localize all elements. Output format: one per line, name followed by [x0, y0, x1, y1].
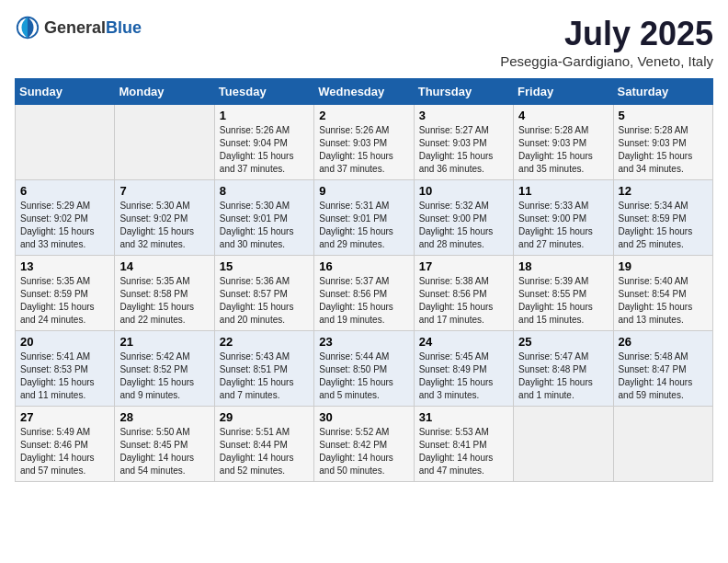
weekday-header-wednesday: Wednesday — [314, 79, 414, 105]
sunset-text: Sunset: 8:41 PM — [419, 440, 487, 450]
calendar-cell: 10 Sunrise: 5:32 AM Sunset: 9:00 PM Dayl… — [414, 180, 513, 256]
sunrise-text: Sunrise: 5:49 AM — [20, 427, 90, 437]
calendar-cell — [613, 407, 712, 482]
calendar-cell: 19 Sunrise: 5:40 AM Sunset: 8:54 PM Dayl… — [613, 256, 712, 331]
weekday-header-tuesday: Tuesday — [214, 79, 313, 105]
calendar-cell: 4 Sunrise: 5:28 AM Sunset: 9:03 PM Dayli… — [514, 105, 613, 180]
daylight-text: Daylight: 15 hours and 27 minutes. — [518, 226, 593, 249]
day-number: 8 — [220, 184, 309, 198]
sunset-text: Sunset: 8:56 PM — [319, 289, 387, 299]
calendar-cell: 2 Sunrise: 5:26 AM Sunset: 9:03 PM Dayli… — [314, 105, 414, 180]
calendar-week-3: 13 Sunrise: 5:35 AM Sunset: 8:59 PM Dayl… — [16, 256, 713, 331]
day-info: Sunrise: 5:28 AM Sunset: 9:03 PM Dayligh… — [518, 124, 608, 176]
page-header: GeneralBlue July 2025 Peseggia-Gardigian… — [15, 15, 713, 69]
day-info: Sunrise: 5:48 AM Sunset: 8:47 PM Dayligh… — [619, 350, 708, 402]
daylight-text: Daylight: 14 hours and 50 minutes. — [319, 453, 393, 476]
logo-text: GeneralBlue — [44, 18, 142, 38]
sunrise-text: Sunrise: 5:40 AM — [619, 276, 688, 286]
calendar-cell: 9 Sunrise: 5:31 AM Sunset: 9:01 PM Dayli… — [314, 180, 414, 256]
sunrise-text: Sunrise: 5:29 AM — [20, 201, 90, 211]
day-number: 10 — [419, 184, 508, 198]
sunrise-text: Sunrise: 5:45 AM — [419, 351, 489, 362]
daylight-text: Daylight: 14 hours and 54 minutes. — [119, 453, 194, 476]
calendar-cell: 13 Sunrise: 5:35 AM Sunset: 8:59 PM Dayl… — [16, 256, 115, 331]
calendar-cell: 5 Sunrise: 5:28 AM Sunset: 9:03 PM Dayli… — [613, 105, 712, 180]
calendar-cell: 3 Sunrise: 5:27 AM Sunset: 9:03 PM Dayli… — [414, 105, 513, 180]
day-info: Sunrise: 5:30 AM Sunset: 9:02 PM Dayligh… — [119, 200, 209, 251]
day-number: 11 — [518, 184, 608, 198]
sunrise-text: Sunrise: 5:26 AM — [319, 125, 389, 135]
sunset-text: Sunset: 8:47 PM — [619, 364, 687, 374]
logo-blue: Blue — [106, 18, 142, 37]
sunrise-text: Sunrise: 5:43 AM — [220, 351, 290, 362]
day-number: 30 — [319, 410, 408, 424]
calendar-cell: 22 Sunrise: 5:43 AM Sunset: 8:51 PM Dayl… — [214, 331, 313, 407]
sunset-text: Sunset: 8:49 PM — [419, 364, 487, 374]
daylight-text: Daylight: 14 hours and 52 minutes. — [220, 453, 294, 476]
sunrise-text: Sunrise: 5:33 AM — [518, 201, 588, 211]
sunrise-text: Sunrise: 5:31 AM — [319, 201, 389, 211]
day-number: 5 — [619, 109, 708, 122]
sunrise-text: Sunrise: 5:32 AM — [419, 201, 489, 211]
day-info: Sunrise: 5:36 AM Sunset: 8:57 PM Dayligh… — [220, 275, 309, 327]
day-info: Sunrise: 5:35 AM Sunset: 8:59 PM Dayligh… — [20, 275, 109, 327]
sunset-text: Sunset: 8:59 PM — [20, 289, 88, 299]
calendar-cell: 25 Sunrise: 5:47 AM Sunset: 8:48 PM Dayl… — [514, 331, 613, 407]
calendar-week-5: 27 Sunrise: 5:49 AM Sunset: 8:46 PM Dayl… — [16, 407, 713, 482]
sunset-text: Sunset: 9:01 PM — [319, 213, 387, 224]
sunrise-text: Sunrise: 5:34 AM — [619, 201, 688, 211]
daylight-text: Daylight: 15 hours and 25 minutes. — [619, 226, 693, 249]
day-info: Sunrise: 5:51 AM Sunset: 8:44 PM Dayligh… — [220, 426, 309, 477]
calendar-cell: 15 Sunrise: 5:36 AM Sunset: 8:57 PM Dayl… — [214, 256, 313, 331]
calendar-cell: 16 Sunrise: 5:37 AM Sunset: 8:56 PM Dayl… — [314, 256, 414, 331]
calendar-cell: 30 Sunrise: 5:52 AM Sunset: 8:42 PM Dayl… — [314, 407, 414, 482]
sunrise-text: Sunrise: 5:38 AM — [419, 276, 489, 286]
calendar-cell: 26 Sunrise: 5:48 AM Sunset: 8:47 PM Dayl… — [613, 331, 712, 407]
day-number: 25 — [518, 335, 608, 349]
sunset-text: Sunset: 9:04 PM — [220, 138, 288, 148]
calendar-week-4: 20 Sunrise: 5:41 AM Sunset: 8:53 PM Dayl… — [16, 331, 713, 407]
calendar-cell: 23 Sunrise: 5:44 AM Sunset: 8:50 PM Dayl… — [314, 331, 414, 407]
day-info: Sunrise: 5:39 AM Sunset: 8:55 PM Dayligh… — [518, 275, 608, 327]
daylight-text: Daylight: 15 hours and 11 minutes. — [20, 377, 95, 400]
sunset-text: Sunset: 8:46 PM — [20, 440, 88, 450]
day-number: 3 — [419, 109, 508, 122]
sunrise-text: Sunrise: 5:44 AM — [319, 351, 389, 362]
day-info: Sunrise: 5:28 AM Sunset: 9:03 PM Dayligh… — [619, 124, 708, 176]
day-info: Sunrise: 5:32 AM Sunset: 9:00 PM Dayligh… — [419, 200, 508, 251]
daylight-text: Daylight: 15 hours and 9 minutes. — [119, 377, 194, 400]
day-number: 21 — [119, 335, 209, 349]
calendar-week-2: 6 Sunrise: 5:29 AM Sunset: 9:02 PM Dayli… — [16, 180, 713, 256]
sunset-text: Sunset: 8:58 PM — [119, 289, 188, 299]
day-number: 20 — [20, 335, 109, 349]
sunset-text: Sunset: 9:00 PM — [518, 213, 586, 224]
sunset-text: Sunset: 8:44 PM — [220, 440, 288, 450]
day-info: Sunrise: 5:50 AM Sunset: 8:45 PM Dayligh… — [119, 426, 209, 477]
calendar-cell: 6 Sunrise: 5:29 AM Sunset: 9:02 PM Dayli… — [16, 180, 115, 256]
sunset-text: Sunset: 9:02 PM — [20, 213, 88, 224]
day-number: 29 — [220, 410, 309, 424]
day-info: Sunrise: 5:41 AM Sunset: 8:53 PM Dayligh… — [20, 350, 109, 402]
sunset-text: Sunset: 9:03 PM — [419, 138, 487, 148]
calendar-cell — [16, 105, 115, 180]
day-number: 23 — [319, 335, 408, 349]
day-number: 9 — [319, 184, 408, 198]
daylight-text: Daylight: 15 hours and 32 minutes. — [119, 226, 194, 249]
calendar-table: SundayMondayTuesdayWednesdayThursdayFrid… — [15, 78, 713, 482]
day-info: Sunrise: 5:29 AM Sunset: 9:02 PM Dayligh… — [20, 200, 109, 251]
day-number: 24 — [419, 335, 508, 349]
sunrise-text: Sunrise: 5:48 AM — [619, 351, 688, 362]
sunset-text: Sunset: 8:42 PM — [319, 440, 387, 450]
weekday-header-row: SundayMondayTuesdayWednesdayThursdayFrid… — [16, 79, 713, 105]
daylight-text: Daylight: 15 hours and 33 minutes. — [20, 226, 95, 249]
daylight-text: Daylight: 15 hours and 36 minutes. — [419, 151, 494, 174]
calendar-cell: 28 Sunrise: 5:50 AM Sunset: 8:45 PM Dayl… — [115, 407, 214, 482]
day-info: Sunrise: 5:26 AM Sunset: 9:04 PM Dayligh… — [220, 124, 309, 176]
sunset-text: Sunset: 9:03 PM — [518, 138, 586, 148]
daylight-text: Daylight: 15 hours and 15 minutes. — [518, 302, 593, 325]
calendar-cell: 18 Sunrise: 5:39 AM Sunset: 8:55 PM Dayl… — [514, 256, 613, 331]
daylight-text: Daylight: 15 hours and 1 minute. — [518, 377, 593, 400]
day-info: Sunrise: 5:53 AM Sunset: 8:41 PM Dayligh… — [419, 426, 508, 477]
day-info: Sunrise: 5:30 AM Sunset: 9:01 PM Dayligh… — [220, 200, 309, 251]
day-number: 22 — [220, 335, 309, 349]
